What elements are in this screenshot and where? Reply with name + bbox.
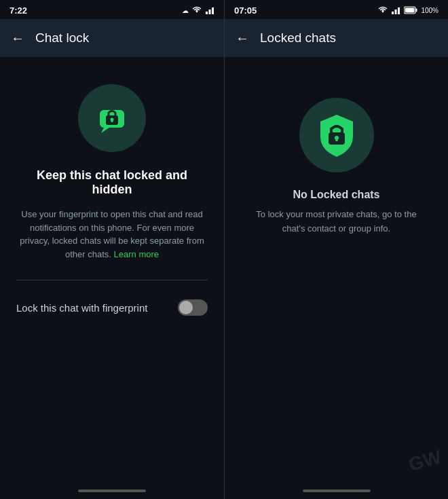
toggle-knob bbox=[179, 301, 193, 314]
home-indicator-right bbox=[303, 489, 371, 492]
signal-icon-right bbox=[391, 6, 400, 14]
chat-lock-icon bbox=[94, 100, 130, 136]
svg-rect-13 bbox=[405, 8, 415, 13]
chat-lock-icon-circle bbox=[78, 84, 146, 152]
no-locked-title: No Locked chats bbox=[293, 189, 379, 201]
left-panel: 7:22 ☁ ← Chat lock bbox=[0, 0, 224, 499]
svg-rect-9 bbox=[395, 10, 397, 14]
back-button-right[interactable]: ← bbox=[236, 31, 249, 46]
wifi-icon-right bbox=[378, 6, 388, 14]
toggle-label: Lock this chat with fingerprint bbox=[16, 302, 147, 314]
shield-lock-icon bbox=[316, 112, 357, 158]
main-title: Keep this chat locked and hidden bbox=[16, 168, 208, 197]
learn-more-link[interactable]: Learn more bbox=[114, 249, 159, 259]
svg-rect-8 bbox=[392, 12, 394, 14]
page-title-right: Locked chats bbox=[260, 31, 336, 45]
right-content: No Locked chats To lock your most privat… bbox=[225, 57, 448, 499]
status-bar-left: 7:22 ☁ bbox=[0, 0, 224, 19]
wifi-icon-left bbox=[192, 6, 202, 14]
no-locked-description: To lock your most private chats, go to t… bbox=[245, 208, 428, 236]
battery-icon bbox=[404, 6, 417, 14]
cloud-icon: ☁ bbox=[182, 7, 189, 14]
svg-rect-1 bbox=[209, 10, 211, 14]
time-right: 07:05 bbox=[234, 5, 257, 16]
status-bar-right: 07:05 100% bbox=[225, 0, 448, 19]
signal-icon-left bbox=[205, 6, 214, 14]
home-indicator-left bbox=[78, 489, 146, 492]
status-icons-right: 100% bbox=[378, 6, 438, 14]
header-left: ← Chat lock bbox=[0, 19, 224, 57]
fingerprint-toggle[interactable] bbox=[178, 299, 208, 316]
time-left: 7:22 bbox=[10, 5, 27, 16]
svg-rect-10 bbox=[398, 7, 400, 14]
main-description: Use your fingerprint to open this chat a… bbox=[16, 208, 208, 261]
battery-percent: 100% bbox=[421, 7, 438, 14]
right-panel: 07:05 100% ← Locked chats bbox=[224, 0, 448, 499]
header-right: ← Locked chats bbox=[225, 19, 448, 57]
toggle-row: Lock this chat with fingerprint bbox=[16, 294, 208, 321]
back-button-left[interactable]: ← bbox=[11, 31, 24, 46]
shield-icon-circle bbox=[299, 98, 374, 172]
left-content: Keep this chat locked and hidden Use you… bbox=[0, 57, 224, 337]
svg-rect-2 bbox=[212, 7, 214, 14]
svg-rect-7 bbox=[111, 119, 113, 122]
status-icons-left: ☁ bbox=[182, 6, 214, 14]
svg-rect-0 bbox=[206, 12, 208, 14]
svg-marker-4 bbox=[101, 128, 109, 133]
page-title-left: Chat lock bbox=[35, 31, 89, 45]
svg-rect-16 bbox=[335, 138, 338, 141]
divider bbox=[16, 280, 208, 280]
svg-rect-12 bbox=[416, 9, 417, 12]
